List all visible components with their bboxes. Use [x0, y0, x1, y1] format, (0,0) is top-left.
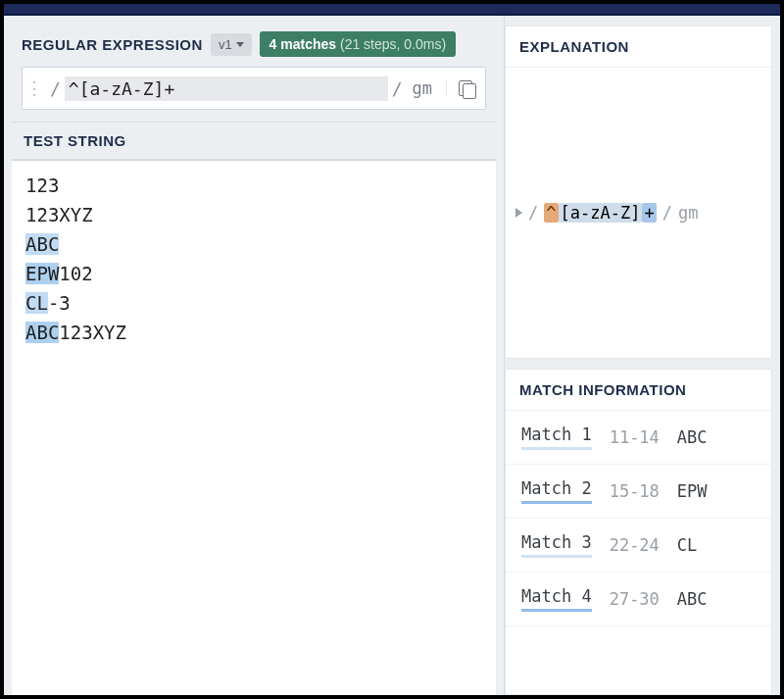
explain-pattern-tokens: ^[a-zA-Z]+ [544, 203, 656, 223]
drag-handle-icon[interactable]: ⋮ [23, 68, 46, 109]
match-label: Match 1 [521, 424, 592, 450]
test-line: 123 [25, 171, 482, 200]
left-column: REGULAR EXPRESSION v1 4 matches (21 step… [4, 16, 504, 695]
match-row[interactable]: Match 322-24CL [506, 519, 771, 573]
match-info-title: MATCH INFORMATION [506, 370, 771, 411]
test-line: EPW102 [25, 259, 482, 288]
test-string-editor[interactable]: 123123XYZABCEPW102CL-3ABC123XYZ [12, 160, 496, 695]
top-accent-bar [4, 4, 780, 16]
token-quantifier: + [642, 203, 656, 223]
token-charclass: [a-zA-Z] [559, 203, 643, 223]
explanation-body: / ^[a-zA-Z]+ / gm [506, 68, 771, 358]
explanation-title: EXPLANATION [506, 26, 771, 68]
explain-open-delim: / [528, 203, 538, 223]
match-highlight: ABC [25, 233, 59, 255]
test-string-title: TEST STRING [12, 122, 496, 160]
token-anchor: ^ [544, 203, 558, 223]
regex-pattern-input[interactable] [65, 76, 388, 101]
test-line: ABC123XYZ [25, 318, 482, 347]
regex-open-delimiter: / [46, 78, 65, 99]
match-info-panel: MATCH INFORMATION Match 111-14ABCMatch 2… [505, 369, 772, 695]
match-label: Match 4 [521, 586, 592, 612]
match-range: 27-30 [610, 589, 660, 609]
match-text: CL [677, 535, 697, 555]
expand-triangle-icon[interactable] [515, 208, 522, 218]
regex-close-delimiter: / [388, 78, 407, 99]
version-chip[interactable]: v1 [211, 33, 252, 56]
match-range: 15-18 [610, 481, 660, 501]
regex-title: REGULAR EXPRESSION [22, 36, 203, 53]
match-row[interactable]: Match 427-30ABC [506, 573, 771, 626]
match-text: ABC [677, 427, 708, 447]
match-highlight: EPW [25, 263, 59, 284]
match-range: 22-24 [610, 535, 660, 555]
test-line: CL-3 [25, 288, 482, 318]
match-text: ABC [677, 589, 708, 609]
test-line: 123XYZ [25, 200, 482, 229]
version-chip-label: v1 [219, 37, 232, 52]
copy-button[interactable] [446, 80, 485, 96]
match-count: 4 matches [270, 36, 336, 52]
plain-text: -3 [48, 292, 71, 314]
copy-icon [459, 80, 474, 96]
match-text: EPW [677, 481, 708, 501]
chevron-down-icon [236, 42, 244, 47]
plain-text: 102 [59, 263, 92, 284]
right-column: EXPLANATION / ^[a-zA-Z]+ / gm MATCH INFO… [504, 16, 780, 695]
test-line: ABC [25, 229, 482, 259]
explain-close-delim: / [662, 203, 672, 223]
app-root: REGULAR EXPRESSION v1 4 matches (21 step… [4, 16, 780, 695]
match-highlight: CL [25, 292, 48, 314]
match-label: Match 2 [521, 478, 592, 504]
match-row[interactable]: Match 111-14ABC [506, 411, 771, 465]
explanation-panel: EXPLANATION / ^[a-zA-Z]+ / gm [505, 25, 772, 359]
match-rows-container: Match 111-14ABCMatch 215-18EPWMatch 322-… [506, 411, 771, 626]
match-range: 11-14 [610, 427, 660, 447]
plain-text: 123XYZ [59, 322, 126, 343]
match-detail: (21 steps, 0.0ms) [340, 36, 446, 52]
match-row[interactable]: Match 215-18EPW [506, 465, 771, 519]
match-highlight: ABC [25, 322, 59, 343]
match-status-badge: 4 matches (21 steps, 0.0ms) [260, 31, 457, 57]
regex-header: REGULAR EXPRESSION v1 4 matches (21 step… [12, 25, 496, 67]
plain-text: 123 [25, 175, 59, 196]
explain-flags: gm [678, 203, 698, 223]
plain-text: 123XYZ [25, 204, 93, 225]
regex-flags[interactable]: gm [407, 78, 446, 98]
match-label: Match 3 [521, 532, 592, 558]
regex-input-row: ⋮ / / gm [22, 67, 486, 110]
